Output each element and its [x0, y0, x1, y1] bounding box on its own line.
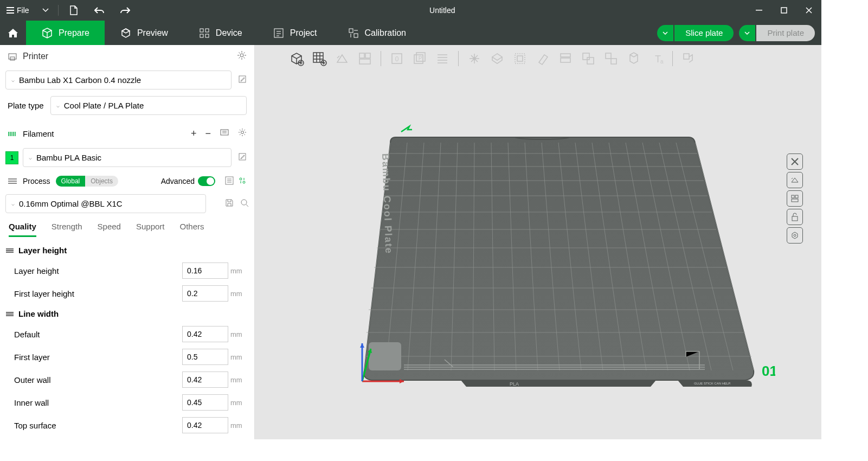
text-button[interactable]: [601, 48, 621, 69]
print-button[interactable]: Print plate: [739, 25, 815, 41]
seam-paint-button[interactable]: [555, 48, 576, 69]
slice-dropdown[interactable]: [657, 25, 673, 41]
advanced-toggle[interactable]: [198, 176, 215, 186]
plate-lock-button[interactable]: [787, 209, 803, 225]
setting-row: Default mm: [0, 323, 254, 345]
process-preset-selector[interactable]: ⌵ 0.16mm Optimal @BBL X1C: [5, 194, 206, 213]
plate-toolbar: [787, 153, 803, 244]
svg-point-19: [241, 200, 247, 205]
printer-selector[interactable]: ⌵ Bambu Lab X1 Carbon 0.4 nozzle: [5, 71, 232, 89]
build-plate: Bambu Cool Plate PLA GLUE STICK CAN HELP…: [352, 110, 775, 414]
home-tab[interactable]: [0, 21, 26, 45]
setting-input[interactable]: [182, 285, 228, 302]
setting-unit: mm: [230, 421, 249, 430]
plate-material-label: PLA: [510, 381, 519, 387]
minimize-button[interactable]: [747, 0, 771, 21]
setting-input[interactable]: [182, 262, 228, 279]
process-search-button[interactable]: [240, 199, 249, 209]
tab-preview[interactable]: Preview: [105, 21, 183, 45]
support-paint-button[interactable]: [532, 48, 553, 69]
device-icon: [198, 27, 210, 39]
settings-scroll[interactable]: Layer heightLayer height mmFirst layer h…: [0, 237, 254, 439]
svg-rect-4: [200, 34, 203, 37]
setting-group-header[interactable]: Line width: [0, 305, 254, 323]
maximize-button[interactable]: [771, 0, 796, 21]
ptab-support[interactable]: Support: [136, 222, 165, 237]
setting-label: Inner wall: [14, 398, 182, 407]
chevron-down-icon: ⌵: [11, 77, 15, 83]
filament-edit-button[interactable]: [236, 150, 249, 165]
measure-button[interactable]: [623, 48, 644, 69]
tab-calibration[interactable]: Calibration: [332, 21, 421, 45]
mesh-boolean-button[interactable]: [510, 48, 530, 69]
setting-input[interactable]: [182, 394, 228, 411]
ptab-quality[interactable]: Quality: [9, 222, 36, 237]
rotate-button[interactable]: P: [409, 48, 430, 69]
undo-button[interactable]: [86, 0, 112, 21]
plate-type-selector[interactable]: ⌵ Cool Plate / PLA Plate: [50, 96, 247, 115]
color-paint-button[interactable]: [578, 48, 599, 69]
process-compare-button[interactable]: [238, 176, 247, 187]
process-save-button[interactable]: [225, 199, 234, 209]
svg-point-17: [240, 178, 242, 180]
setting-input[interactable]: [182, 326, 228, 342]
viewport[interactable]: 0 P Ta: [255, 45, 821, 439]
printer-section-header: Printer: [0, 45, 254, 67]
project-icon: [273, 27, 285, 39]
slice-button[interactable]: Slice plate: [657, 25, 734, 41]
tab-preview-label: Preview: [137, 28, 168, 38]
file-menu[interactable]: File: [0, 0, 36, 21]
printer-edit-button[interactable]: [236, 73, 249, 87]
filament-selector[interactable]: ⌵ Bambu PLA Basic: [23, 148, 232, 167]
ptab-strength[interactable]: Strength: [52, 222, 82, 237]
plate-settings-button[interactable]: [787, 227, 803, 244]
setting-group-header[interactable]: Layer height: [0, 241, 254, 259]
setting-label: Top surface: [14, 421, 182, 430]
setting-input[interactable]: [182, 349, 228, 365]
tab-calibration-label: Calibration: [365, 28, 406, 38]
ptab-others[interactable]: Others: [180, 222, 204, 237]
svg-rect-44: [792, 199, 798, 202]
assembly-button[interactable]: Ta: [646, 48, 667, 69]
plate-orient-button[interactable]: [787, 172, 803, 188]
filament-settings-button[interactable]: [238, 128, 247, 139]
scale-button[interactable]: [432, 48, 453, 69]
setting-input[interactable]: [182, 417, 228, 433]
chevron-down-icon: ⌵: [29, 155, 32, 161]
tab-project[interactable]: Project: [258, 21, 332, 45]
tab-prepare[interactable]: Prepare: [26, 21, 105, 45]
redo-button[interactable]: [112, 0, 138, 21]
file-dropdown[interactable]: [36, 0, 55, 21]
filament-icon: [8, 129, 17, 139]
auto-orient-button[interactable]: [332, 48, 352, 69]
arrange-button[interactable]: [355, 48, 375, 69]
setting-input[interactable]: [182, 372, 228, 388]
move-button[interactable]: 0: [387, 48, 407, 69]
print-dropdown[interactable]: [739, 25, 755, 41]
svg-rect-47: [369, 342, 401, 370]
svg-rect-5: [205, 34, 209, 37]
setting-label: Default: [14, 330, 182, 339]
filament-sync-button[interactable]: [220, 128, 229, 139]
assembly-view-button[interactable]: [678, 48, 699, 69]
cut-button[interactable]: [487, 48, 507, 69]
add-primitive-button[interactable]: [286, 48, 307, 69]
new-file-button[interactable]: [61, 0, 86, 21]
printer-settings-button[interactable]: [237, 50, 247, 62]
plate-arrange-button[interactable]: [787, 190, 803, 207]
svg-rect-7: [349, 29, 353, 33]
setting-unit: mm: [230, 290, 249, 298]
process-list-button[interactable]: [225, 176, 234, 187]
add-plate-button[interactable]: [309, 48, 330, 69]
filament-add-button[interactable]: +: [191, 128, 197, 139]
close-button[interactable]: [796, 0, 821, 21]
window-title: Untitled: [138, 6, 747, 15]
global-objects-toggle[interactable]: Global Objects: [56, 176, 118, 187]
filament-remove-button[interactable]: −: [205, 128, 211, 139]
tab-device[interactable]: Device: [183, 21, 258, 45]
plate-close-button[interactable]: [787, 153, 803, 170]
ptab-speed[interactable]: Speed: [98, 222, 121, 237]
filament-color-swatch[interactable]: 1: [5, 151, 18, 164]
svg-text:P: P: [419, 55, 422, 61]
place-on-face-button[interactable]: [464, 48, 485, 69]
